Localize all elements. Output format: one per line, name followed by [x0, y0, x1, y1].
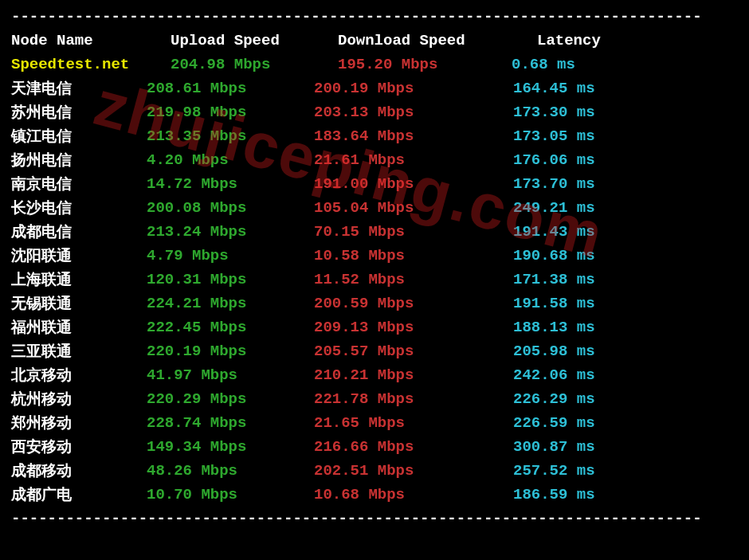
latency-value: 173.30 ms — [513, 100, 595, 124]
upload-speed: 200.08 Mbps — [147, 196, 314, 220]
node-name: 苏州电信 — [11, 100, 147, 124]
upload-speed: 213.35 Mbps — [147, 124, 314, 148]
speedtest-row: Speedtest.net 204.98 Mbps 195.20 Mbps 0.… — [11, 53, 738, 76]
upload-speed: 149.34 Mbps — [147, 435, 314, 459]
upload-speed: 4.20 Mbps — [147, 148, 314, 172]
download-speed: 205.57 Mbps — [314, 339, 513, 363]
node-name: 扬州电信 — [11, 148, 147, 172]
download-speed: 210.21 Mbps — [314, 363, 513, 387]
latency-value: 226.29 ms — [513, 387, 595, 411]
table-row: 镇江电信213.35 Mbps183.64 Mbps173.05 ms — [11, 124, 738, 148]
table-row: 苏州电信219.98 Mbps203.13 Mbps173.30 ms — [11, 100, 738, 124]
finished-label: Finished in — [48, 554, 215, 560]
upload-speed: 222.45 Mbps — [147, 315, 314, 339]
table-row: 杭州移动220.29 Mbps221.78 Mbps226.29 ms — [11, 387, 738, 411]
latency-value: 205.98 ms — [513, 339, 595, 363]
upload-speed: 228.74 Mbps — [147, 411, 314, 435]
table-row: 南京电信14.72 Mbps191.00 Mbps173.70 ms — [11, 172, 738, 196]
upload-speed: 208.61 Mbps — [147, 76, 314, 100]
upload-speed: 224.21 Mbps — [147, 292, 314, 315]
latency-value: 164.45 ms — [513, 76, 595, 100]
latency-value: 173.70 ms — [513, 172, 595, 196]
table-row: 三亚联通220.19 Mbps205.57 Mbps205.98 ms — [11, 339, 738, 363]
upload-speed: 220.29 Mbps — [147, 387, 314, 411]
node-name: Speedtest.net — [11, 53, 171, 76]
latency-value: 186.59 ms — [513, 483, 595, 507]
upload-speed: 213.24 Mbps — [147, 220, 314, 244]
download-speed: 202.51 Mbps — [314, 459, 513, 483]
upload-speed: 41.97 Mbps — [147, 363, 314, 387]
download-speed: 10.58 Mbps — [314, 244, 513, 268]
download-speed: 191.00 Mbps — [314, 172, 513, 196]
upload-speed: 220.19 Mbps — [147, 339, 314, 363]
node-name: 福州联通 — [11, 315, 147, 339]
upload-speed: 10.70 Mbps — [147, 483, 314, 507]
latency-value: 173.05 ms — [513, 124, 595, 148]
download-speed: 11.52 Mbps — [314, 268, 513, 292]
download-speed: 200.59 Mbps — [314, 292, 513, 315]
table-row: 成都移动48.26 Mbps202.51 Mbps257.52 ms — [11, 459, 738, 483]
upload-speed: 120.31 Mbps — [147, 268, 314, 292]
download-speed: 105.04 Mbps — [314, 196, 513, 220]
node-name: 天津电信 — [11, 76, 147, 100]
download-speed: 183.64 Mbps — [314, 124, 513, 148]
download-speed: 203.13 Mbps — [314, 100, 513, 124]
latency-value: 176.06 ms — [513, 148, 595, 172]
table-row: 成都电信213.24 Mbps70.15 Mbps191.43 ms — [11, 220, 738, 244]
results-table-body: 天津电信208.61 Mbps200.19 Mbps164.45 ms苏州电信2… — [11, 76, 738, 507]
download-speed: 10.68 Mbps — [314, 483, 513, 507]
latency-value: 190.68 ms — [513, 244, 595, 268]
separator-line: ----------------------------------------… — [11, 5, 738, 29]
download-speed: 21.65 Mbps — [314, 411, 513, 435]
node-name: 三亚联通 — [11, 339, 147, 363]
header-row: Node Name Upload Speed Download Speed La… — [11, 29, 738, 53]
node-name: 成都广电 — [11, 483, 147, 507]
download-speed: 221.78 Mbps — [314, 387, 513, 411]
upload-speed: 48.26 Mbps — [147, 459, 314, 483]
latency-value: 242.06 ms — [513, 363, 595, 387]
latency-value: 191.58 ms — [513, 292, 595, 315]
download-speed: 195.20 Mbps — [338, 53, 512, 76]
header-upload: Upload Speed — [171, 29, 338, 53]
download-speed: 209.13 Mbps — [314, 315, 513, 339]
upload-speed: 4.79 Mbps — [147, 244, 314, 268]
download-speed: 70.15 Mbps — [314, 220, 513, 244]
upload-speed: 204.98 Mbps — [171, 53, 338, 76]
node-name: 成都电信 — [11, 220, 147, 244]
terminal-output: ----------------------------------------… — [0, 0, 749, 560]
node-name: 北京移动 — [11, 363, 147, 387]
upload-speed: 14.72 Mbps — [147, 172, 314, 196]
table-row: 福州联通222.45 Mbps209.13 Mbps188.13 ms — [11, 315, 738, 339]
download-speed: 200.19 Mbps — [314, 76, 513, 100]
upload-speed: 219.98 Mbps — [147, 100, 314, 124]
latency-value: 171.38 ms — [513, 268, 595, 292]
table-row: 天津电信208.61 Mbps200.19 Mbps164.45 ms — [11, 76, 738, 100]
download-speed: 21.61 Mbps — [314, 148, 513, 172]
header-node: Node Name — [11, 29, 171, 53]
node-name: 无锡联通 — [11, 292, 147, 315]
node-name: 上海联通 — [11, 268, 147, 292]
node-name: 南京电信 — [11, 172, 147, 196]
table-row: 上海联通120.31 Mbps11.52 Mbps171.38 ms — [11, 268, 738, 292]
table-row: 成都广电10.70 Mbps10.68 Mbps186.59 ms — [11, 483, 738, 507]
table-row: 无锡联通224.21 Mbps200.59 Mbps191.58 ms — [11, 292, 738, 315]
latency-value: 191.43 ms — [513, 220, 595, 244]
table-row: 扬州电信4.20 Mbps21.61 Mbps176.06 ms — [11, 148, 738, 172]
table-row: 沈阳联通4.79 Mbps10.58 Mbps190.68 ms — [11, 244, 738, 268]
node-name: 成都移动 — [11, 459, 147, 483]
header-latency: Latency — [537, 29, 601, 53]
header-download: Download Speed — [338, 29, 537, 53]
latency-value: 257.52 ms — [513, 459, 595, 483]
node-name: 长沙电信 — [11, 196, 147, 220]
footer-finished: Finished in: 10 min 22 sec — [11, 531, 738, 560]
table-row: 西安移动149.34 Mbps216.66 Mbps300.87 ms — [11, 435, 738, 459]
node-name: 郑州移动 — [11, 411, 147, 435]
latency-value: 300.87 ms — [513, 435, 595, 459]
latency-value: 226.59 ms — [513, 411, 595, 435]
node-name: 西安移动 — [11, 435, 147, 459]
table-row: 长沙电信200.08 Mbps105.04 Mbps249.21 ms — [11, 196, 738, 220]
node-name: 镇江电信 — [11, 124, 147, 148]
latency-value: 0.68 ms — [512, 53, 575, 76]
latency-value: 249.21 ms — [513, 196, 595, 220]
latency-value: 188.13 ms — [513, 315, 595, 339]
